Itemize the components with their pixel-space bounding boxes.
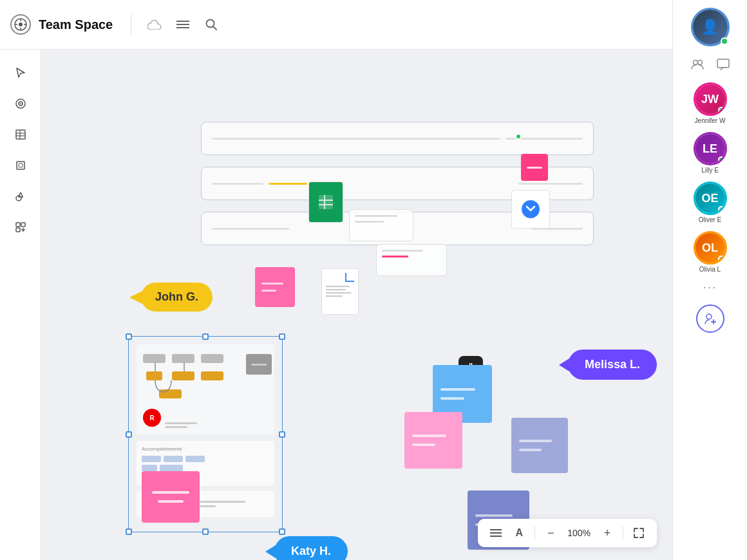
avatar-olivia: OL <box>694 231 727 265</box>
olivia-name: Olivia L <box>699 266 721 273</box>
avatar-lilly: LE <box>694 132 727 165</box>
selection-box[interactable]: R Accomplishments * <box>128 336 283 532</box>
toolbar-divider-2 <box>623 527 623 539</box>
zoom-out-button[interactable]: − <box>540 523 561 543</box>
zoom-in-button[interactable]: + <box>597 523 618 543</box>
mini-flowchart: R <box>137 344 274 434</box>
svg-point-30 <box>693 61 697 65</box>
frame-row-1 <box>201 122 594 155</box>
fullscreen-button[interactable] <box>629 523 649 543</box>
app-logo <box>10 14 31 35</box>
team-icon[interactable] <box>688 55 706 73</box>
svg-point-31 <box>697 61 702 65</box>
current-user-avatar: 👤 <box>691 8 730 46</box>
oliver-online-dot <box>718 206 724 212</box>
card-overlay-1 <box>349 209 413 241</box>
melissa-l-label: Melissa L. <box>585 358 640 371</box>
more-users: ··· <box>703 281 717 294</box>
bottom-toolbar: A − 100% + <box>478 519 657 547</box>
jennifer-online-dot <box>718 107 724 113</box>
svg-rect-32 <box>717 59 729 68</box>
spreadsheet-icon <box>308 182 343 223</box>
svg-rect-22 <box>21 223 25 227</box>
text-style-button[interactable]: A <box>509 523 529 543</box>
comment-icon[interactable] <box>714 55 732 73</box>
katy-h-label: Katy H. <box>291 545 331 558</box>
header: Team Space <box>0 0 747 50</box>
melissa-l-bubble: Melissa L. <box>568 350 657 380</box>
app-title: Team Space <box>39 17 113 32</box>
katy-h-bubble: Katy H. <box>274 536 348 560</box>
card-overlay-2 <box>376 244 447 276</box>
avatar-item-olivia: OL Olivia L <box>694 231 727 273</box>
svg-point-1 <box>19 23 23 26</box>
avatar-oliver: OE <box>694 182 727 215</box>
plus-icon: + <box>604 527 611 540</box>
jennifer-name: Jennifer W <box>695 117 726 124</box>
avatar-item-jennifer: JW Jennifer W <box>694 82 727 124</box>
pink-header-sticky <box>521 154 548 181</box>
svg-point-13 <box>20 103 21 104</box>
pink-sticky-mid <box>404 412 462 469</box>
lilly-name: Lilly E <box>701 167 719 174</box>
svg-point-33 <box>706 314 712 319</box>
list-view-button[interactable] <box>486 523 506 543</box>
frame-tool[interactable] <box>8 153 33 178</box>
minus-icon: − <box>547 527 554 540</box>
avatar-item-lilly: LE Lilly E <box>694 132 727 174</box>
lavender-sticky-right <box>511 418 568 473</box>
avatar-item-oliver: OE Oliver E <box>694 182 727 223</box>
olivia-online-dot <box>718 256 724 262</box>
svg-rect-19 <box>19 163 23 167</box>
pink-sticky-left <box>255 267 295 307</box>
cloud-icon[interactable] <box>144 14 165 35</box>
add-element-tool[interactable] <box>8 214 33 240</box>
pink-sticky-in-selection <box>142 471 200 523</box>
left-toolbar <box>0 50 41 560</box>
toolbar-divider <box>534 527 535 539</box>
canvas-area[interactable]: John G. <box>41 50 747 560</box>
svg-rect-21 <box>16 223 20 227</box>
search-icon[interactable] <box>201 14 222 35</box>
svg-rect-14 <box>16 130 25 139</box>
lilly-online-dot <box>718 156 724 163</box>
sidebar-actions <box>688 55 732 73</box>
target-tool[interactable] <box>8 91 33 117</box>
right-sidebar: 👤 JW Jennifer W <box>672 0 747 560</box>
svg-rect-23 <box>16 228 20 232</box>
table-tool[interactable] <box>8 122 33 147</box>
jira-icon <box>511 190 550 229</box>
shapes-tool[interactable] <box>8 183 33 209</box>
oliver-name: Oliver E <box>699 216 722 223</box>
avatar-jennifer: JW <box>694 82 727 116</box>
add-member-button[interactable] <box>696 304 724 333</box>
john-g-bubble: John G. <box>141 283 213 312</box>
google-doc-icon <box>321 268 359 315</box>
menu-icon[interactable] <box>173 14 193 35</box>
svg-rect-18 <box>17 162 24 169</box>
svg-line-10 <box>213 26 216 30</box>
select-tool[interactable] <box>8 60 33 86</box>
header-divider <box>131 14 131 35</box>
green-dot <box>515 133 522 140</box>
online-indicator <box>721 37 728 45</box>
john-g-label: John G. <box>155 290 198 304</box>
zoom-level: 100% <box>563 528 594 538</box>
svg-rect-26 <box>319 195 333 209</box>
